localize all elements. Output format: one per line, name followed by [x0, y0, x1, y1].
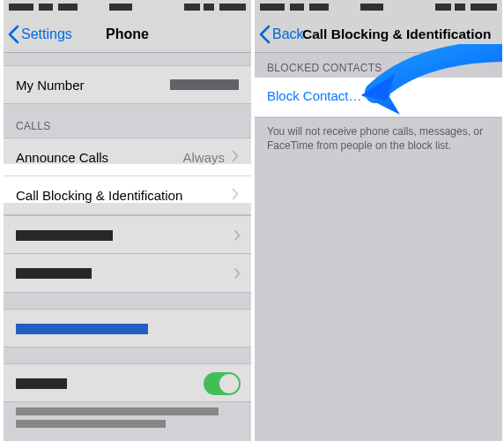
- left-phone-panel: Settings Phone My Number CALLS Announce …: [4, 0, 251, 441]
- block-contact-label: Block Contact…: [267, 92, 362, 107]
- announce-calls-value: Always: [182, 150, 225, 165]
- chevron-left-icon: [258, 25, 271, 44]
- calls-section-header: CALLS: [4, 104, 251, 138]
- my-number-label: My Number: [16, 78, 85, 93]
- chevron-right-icon: [232, 188, 239, 203]
- my-number-value: [170, 79, 239, 90]
- toggle-switch-icon[interactable]: [204, 372, 241, 395]
- redacted-row: [4, 309, 251, 348]
- redacted-row: [4, 254, 251, 293]
- redacted-toggle-row: [4, 363, 251, 402]
- nav-bar: Settings Phone: [4, 16, 251, 53]
- call-blocking-row[interactable]: Call Blocking & Identification: [4, 176, 251, 215]
- my-number-row[interactable]: My Number: [4, 65, 251, 104]
- chevron-right-icon: [232, 150, 239, 165]
- redacted-row: [4, 215, 251, 254]
- nav-bar: Back Call Blocking & Identification: [255, 16, 502, 53]
- page-title: Call Blocking & Identification: [302, 16, 491, 53]
- status-bar: [255, 0, 502, 16]
- announce-calls-row[interactable]: Announce Calls Always: [4, 138, 251, 176]
- announce-calls-label: Announce Calls: [16, 150, 108, 165]
- back-button[interactable]: Back: [258, 16, 304, 53]
- blocked-contacts-header: BLOCKED CONTACTS: [255, 53, 502, 79]
- status-bar: [4, 0, 251, 16]
- block-contact-row[interactable]: Block Contact…: [255, 79, 502, 118]
- call-blocking-label: Call Blocking & Identification: [16, 188, 182, 203]
- chevron-right-icon: [233, 229, 241, 245]
- page-title: Phone: [4, 16, 251, 53]
- chevron-right-icon: [233, 267, 241, 283]
- back-label: Back: [272, 26, 304, 42]
- redacted-caption: [4, 402, 251, 432]
- right-phone-panel: Back Call Blocking & Identification BLOC…: [255, 0, 502, 441]
- blocked-footer-note: You will not receive phone calls, messag…: [255, 118, 502, 161]
